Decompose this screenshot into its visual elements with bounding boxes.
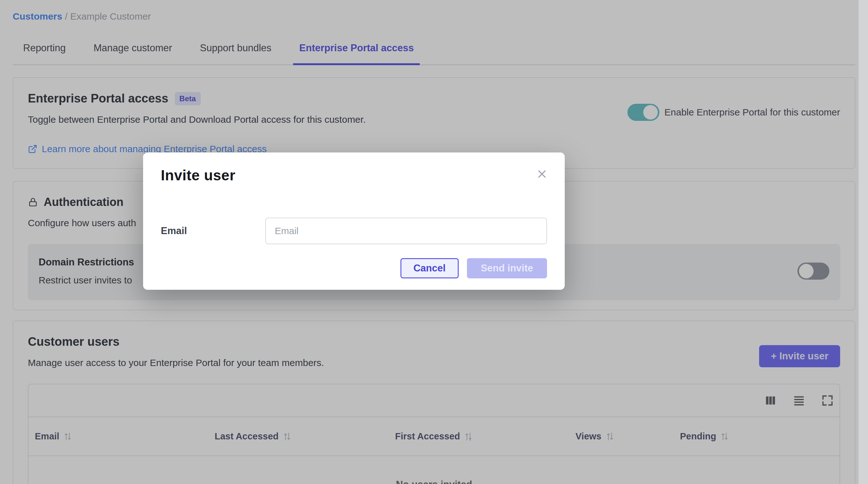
send-invite-button[interactable]: Send invite	[467, 258, 547, 279]
email-label: Email	[161, 225, 265, 237]
scrollbar[interactable]	[859, 0, 868, 484]
cancel-button[interactable]: Cancel	[400, 258, 459, 279]
modal-title: Invite user	[161, 166, 547, 184]
close-icon[interactable]	[536, 168, 548, 180]
email-field[interactable]	[265, 218, 547, 244]
modal-actions: Cancel Send invite	[161, 258, 547, 279]
email-form-row: Email	[161, 218, 547, 244]
invite-user-modal: Invite user Email Cancel Send invite	[143, 153, 565, 290]
